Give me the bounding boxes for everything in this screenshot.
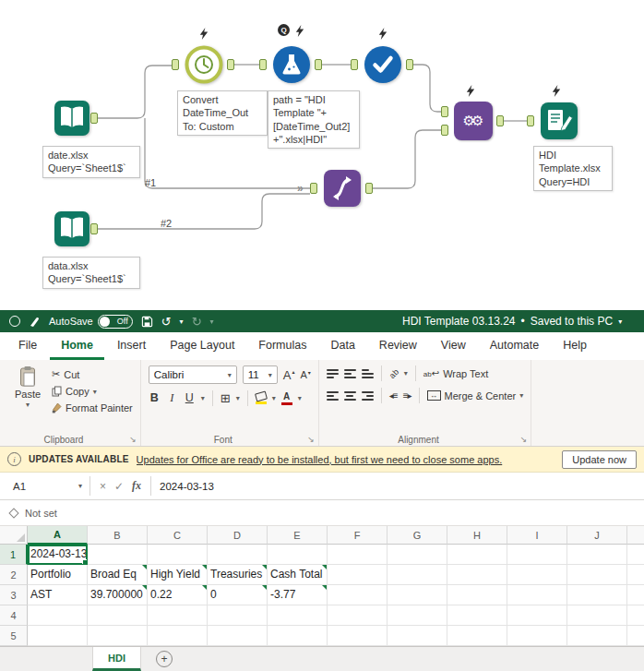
update-now-button[interactable]: Update now (562, 450, 637, 469)
output-anchor[interactable] (406, 59, 413, 70)
align-bottom-button[interactable] (362, 369, 374, 378)
align-right-button[interactable] (362, 391, 374, 401)
column-header-a[interactable]: A (28, 526, 88, 545)
borders-button[interactable]: ⊞ (221, 392, 231, 404)
row-header-2[interactable]: 2 (0, 565, 28, 585)
cell-C4[interactable] (148, 605, 208, 626)
align-top-button[interactable] (327, 369, 339, 378)
tab-insert[interactable]: Insert (106, 332, 157, 360)
cell-J2[interactable] (567, 565, 627, 585)
cell-B1[interactable] (88, 545, 148, 565)
cell-E5[interactable] (268, 626, 328, 646)
cell-H1[interactable] (447, 545, 507, 565)
chevron-down-icon[interactable]: ▾ (201, 394, 205, 402)
input-anchor[interactable] (441, 106, 448, 117)
tool-annotation-formula[interactable]: path = "HDI Template "+[DateTime_Out2]+"… (268, 90, 360, 149)
shrink-font-button[interactable]: A ▾ (300, 370, 310, 380)
cell[interactable] (627, 605, 644, 626)
column-header-partial[interactable] (627, 526, 644, 545)
block-until-done-gears-tool[interactable]: ⚙⚙ (454, 102, 493, 140)
grow-font-button[interactable]: A ▴ (283, 369, 295, 381)
cell-G3[interactable] (388, 585, 447, 605)
cell-A4[interactable] (28, 605, 88, 626)
cell-H3[interactable] (447, 585, 507, 605)
align-middle-button[interactable] (344, 369, 356, 378)
tab-review[interactable]: Review (368, 332, 428, 360)
cell-E1[interactable] (268, 545, 328, 565)
cell-C1[interactable] (148, 545, 208, 565)
increase-indent-button[interactable]: ≡▸ (403, 390, 411, 401)
add-sheet-button[interactable]: + (156, 651, 173, 667)
cell-B5[interactable] (88, 626, 148, 646)
sheet-tab-hdi[interactable]: HDI (92, 647, 141, 671)
undo-button[interactable]: ↺ (161, 316, 172, 328)
cell-G1[interactable] (388, 545, 447, 565)
font-size-select[interactable]: 11 ▾ (243, 365, 278, 384)
cell-D5[interactable] (208, 626, 268, 646)
enter-button[interactable]: ✓ (114, 480, 124, 493)
tool-annotation-input-date[interactable]: date.xlsx Query=`Sheet1$` (42, 146, 140, 178)
cell-G2[interactable] (388, 565, 447, 585)
cell-F3[interactable] (328, 585, 388, 605)
cell-B2[interactable]: Broad Eq (88, 565, 148, 585)
cell-F5[interactable] (328, 626, 388, 646)
cell-F2[interactable] (328, 565, 388, 585)
row-header-3[interactable]: 3 (0, 585, 28, 605)
bold-button[interactable]: B (149, 392, 161, 404)
input-anchor[interactable] (441, 125, 448, 136)
copy-button[interactable]: Copy ▾ (52, 386, 133, 397)
output-anchor[interactable] (365, 183, 373, 194)
cell-F1[interactable] (328, 545, 388, 565)
autosave-switch[interactable]: Off (98, 315, 133, 329)
tab-formulas[interactable]: Formulas (247, 332, 317, 360)
input-data-tool-date[interactable] (54, 98, 90, 142)
column-header-f[interactable]: F (328, 526, 388, 545)
column-header-e[interactable]: E (268, 526, 328, 545)
tool-annotation-output[interactable]: HDI Template.xlsx Query=HDI (533, 146, 613, 191)
cell-E3[interactable]: -3.77 (268, 585, 328, 605)
cell-D1[interactable] (208, 545, 268, 565)
input-anchor[interactable] (172, 59, 179, 70)
italic-button[interactable]: I (166, 392, 178, 404)
cell-E4[interactable] (268, 605, 328, 626)
cell-I1[interactable] (507, 545, 567, 565)
cell-H5[interactable] (447, 626, 507, 646)
chevron-down-icon[interactable]: ▾ (404, 369, 408, 377)
column-header-b[interactable]: B (88, 526, 148, 545)
column-header-j[interactable]: J (567, 526, 627, 545)
cell-I4[interactable] (507, 605, 567, 626)
cell-I5[interactable] (507, 626, 567, 646)
column-header-i[interactable]: I (507, 526, 567, 545)
tab-automate[interactable]: Automate (479, 332, 551, 360)
cell-J4[interactable] (567, 605, 627, 626)
clipboard-dialog-launcher[interactable]: ↘ (129, 435, 137, 444)
row-header-4[interactable]: 4 (0, 605, 28, 626)
cell-A5[interactable] (28, 626, 88, 646)
decrease-indent-button[interactable]: ◂≡ (389, 390, 398, 401)
select-all-corner[interactable] (0, 526, 28, 545)
brush-icon[interactable] (29, 316, 41, 328)
cell-I2[interactable] (507, 565, 567, 585)
cell-C3[interactable]: 0.22 (148, 585, 208, 605)
output-anchor[interactable] (90, 113, 98, 124)
redo-button[interactable]: ↻ (192, 316, 202, 328)
fill-handle[interactable] (82, 559, 87, 564)
tool-annotation-input-data[interactable]: data.xlsx Query=`Sheet1$` (42, 257, 140, 289)
chevron-down-icon[interactable]: ▾ (272, 394, 276, 402)
cell-A1[interactable]: 2024-03-13 (28, 545, 88, 565)
tab-data[interactable]: Data (319, 332, 365, 360)
name-box[interactable]: A1 ▾ (6, 476, 90, 496)
save-icon[interactable] (141, 316, 153, 328)
column-header-c[interactable]: C (148, 526, 208, 545)
cell-E2[interactable]: Cash Total (268, 565, 328, 585)
cell-J1[interactable] (567, 545, 627, 565)
cell-B3[interactable]: 39.700000 (88, 585, 148, 605)
cell-G5[interactable] (388, 626, 447, 646)
cell-D3[interactable]: 0 (208, 585, 268, 605)
font-name-select[interactable]: Calibri ▾ (149, 365, 237, 384)
cell-I3[interactable] (507, 585, 567, 605)
tab-home[interactable]: Home (50, 332, 104, 360)
check-tool[interactable] (364, 45, 402, 88)
cell[interactable] (627, 545, 644, 565)
input-anchor[interactable] (259, 59, 267, 70)
